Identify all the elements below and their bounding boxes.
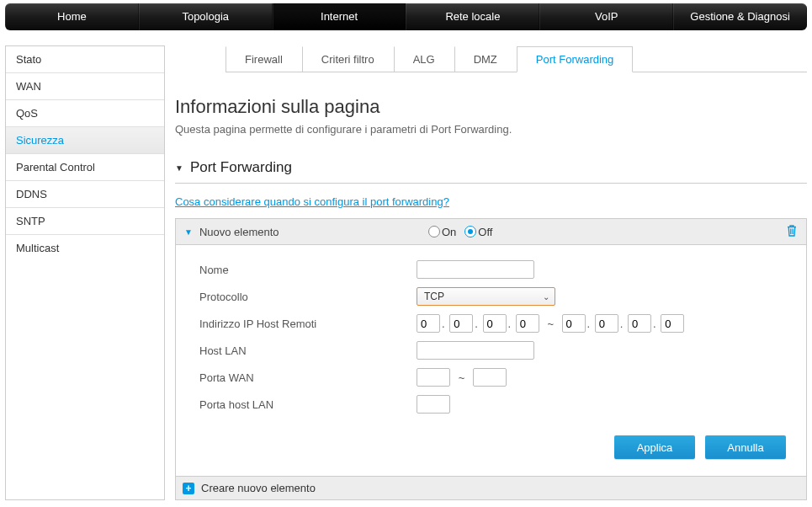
protocol-select[interactable]: TCP ⌄ [417, 287, 555, 306]
form-body: Nome Protocollo TCP ⌄ Indirizzo I [176, 245, 806, 476]
remote-ip-from-3[interactable] [483, 314, 507, 333]
subtab-port-forwarding[interactable]: Port Forwarding [517, 46, 633, 72]
help-link[interactable]: Cosa considerare quando si configura il … [175, 195, 449, 208]
nav-voip[interactable]: VoIP [539, 3, 673, 30]
range-separator: ~ [547, 318, 554, 330]
lan-port-label: Porta host LAN [199, 398, 417, 411]
create-new-label: Creare nuovo elemento [201, 482, 316, 494]
radio-on[interactable]: On [428, 226, 456, 238]
subtab-dmz[interactable]: DMZ [454, 46, 517, 72]
sidebar-item-multicast[interactable]: Multicast [6, 235, 164, 261]
sidebar-item-ddns[interactable]: DDNS [6, 181, 164, 208]
enable-radio-group: On Off [428, 226, 499, 238]
remote-ip-to-1[interactable] [562, 314, 586, 333]
nav-gestione-diagnosi[interactable]: Gestione & Diagnosi [673, 3, 807, 30]
cancel-button[interactable]: Annulla [705, 435, 786, 459]
remote-ip-to-2[interactable] [595, 314, 618, 333]
panel-header: ▼ Nuovo elemento On Off [176, 219, 806, 245]
remote-ip-from-1[interactable] [417, 314, 440, 333]
radio-off-circle [464, 226, 476, 237]
subtab-firewall[interactable]: Firewall [226, 46, 302, 72]
name-label: Nome [199, 264, 417, 276]
plus-icon: + [183, 483, 194, 494]
name-input[interactable] [417, 260, 534, 279]
nav-internet[interactable]: Internet [273, 3, 406, 30]
remote-ip-from-2[interactable] [449, 314, 473, 333]
wan-port-to-input[interactable] [473, 368, 507, 387]
lan-host-input[interactable] [417, 341, 534, 360]
remote-ip-from-4[interactable] [516, 314, 539, 333]
subtab-criteri-filtro[interactable]: Criteri filtro [302, 46, 394, 72]
accordion-title: Port Forwarding [190, 159, 292, 176]
sidebar-item-qos[interactable]: QoS [6, 100, 164, 127]
subtab-alg[interactable]: ALG [394, 46, 454, 72]
lan-port-input[interactable] [417, 395, 450, 414]
subtabs: Firewall Criteri filtro ALG DMZ Port For… [226, 45, 807, 72]
chevron-down-icon: ▼ [175, 163, 183, 173]
sidebar-item-parental-control[interactable]: Parental Control [6, 154, 164, 181]
create-new-row[interactable]: + Creare nuovo elemento [175, 477, 807, 500]
sidebar-item-sntp[interactable]: SNTP [6, 208, 164, 235]
radio-on-label: On [442, 226, 456, 238]
page-title: Informazioni sulla pagina [175, 96, 807, 118]
remote-ip-to-3[interactable] [628, 314, 651, 333]
chevron-down-icon: ⌄ [543, 292, 549, 302]
nav-rete-locale[interactable]: Rete locale [406, 3, 539, 30]
nav-home[interactable]: Home [5, 3, 139, 30]
sidebar-item-wan[interactable]: WAN [6, 73, 164, 100]
radio-off-label: Off [478, 226, 492, 238]
radio-off[interactable]: Off [464, 226, 492, 238]
range-separator: ~ [459, 371, 465, 384]
collapse-icon[interactable]: ▼ [184, 227, 193, 237]
panel-title: Nuovo elemento [199, 226, 279, 238]
new-item-panel: ▼ Nuovo elemento On Off [175, 218, 807, 477]
lan-host-label: Host LAN [199, 344, 417, 357]
remote-ip-label: Indirizzo IP Host Remoti [199, 318, 417, 330]
trash-icon[interactable] [786, 224, 798, 239]
remote-ip-to-4[interactable] [661, 314, 684, 333]
page-description: Questa pagina permette di configurare i … [175, 123, 807, 136]
content-area: Firewall Criteri filtro ALG DMZ Port For… [175, 45, 807, 500]
wan-port-label: Porta WAN [199, 371, 417, 384]
nav-topologia[interactable]: Topologia [139, 3, 273, 30]
radio-on-circle [428, 226, 440, 237]
protocol-value: TCP [424, 291, 444, 302]
protocol-label: Protocollo [199, 291, 417, 303]
sidebar-item-sicurezza[interactable]: Sicurezza [6, 127, 164, 154]
apply-button[interactable]: Applica [614, 435, 695, 459]
accordion-port-forwarding[interactable]: ▼ Port Forwarding [175, 159, 807, 184]
sidebar-item-stato[interactable]: Stato [6, 46, 164, 73]
wan-port-from-input[interactable] [417, 368, 450, 387]
button-row: Applica Annulla [199, 419, 798, 472]
sidebar: Stato WAN QoS Sicurezza Parental Control… [5, 45, 165, 500]
top-nav: Home Topologia Internet Rete locale VoIP… [5, 3, 807, 30]
